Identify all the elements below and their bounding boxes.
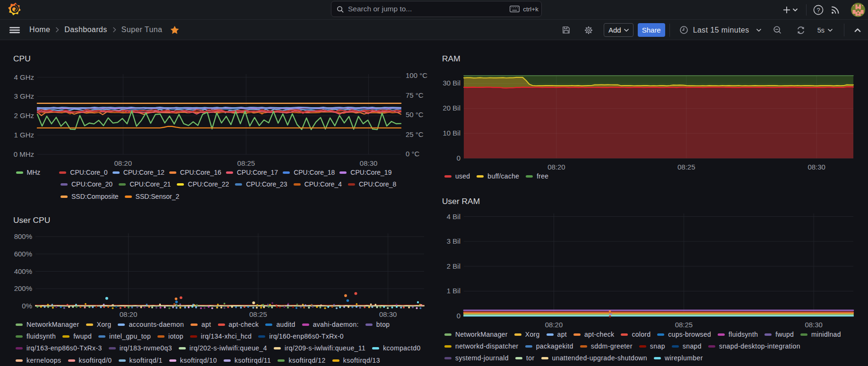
svg-text:25 °C: 25 °C <box>406 130 424 138</box>
svg-text:08:25: 08:25 <box>237 159 255 167</box>
svg-text:08:25: 08:25 <box>675 321 693 329</box>
svg-text:?: ? <box>816 7 820 14</box>
svg-text:1 Bil: 1 Bil <box>447 287 460 295</box>
svg-text:800%: 800% <box>14 232 32 240</box>
svg-text:3 GHz: 3 GHz <box>14 92 34 100</box>
svg-text:08:30: 08:30 <box>360 159 378 167</box>
svg-text:0: 0 <box>457 312 460 320</box>
svg-text:4 GHz: 4 GHz <box>14 73 34 81</box>
svg-text:75 °C: 75 °C <box>406 91 424 99</box>
svg-text:08:20: 08:20 <box>120 310 138 318</box>
svg-text:50 °C: 50 °C <box>406 111 424 119</box>
svg-text:08:25: 08:25 <box>249 310 267 318</box>
svg-text:CPU: CPU <box>13 54 31 63</box>
svg-text:4 Bil: 4 Bil <box>447 213 460 221</box>
svg-text:400%: 400% <box>14 267 32 275</box>
svg-text:08:30: 08:30 <box>379 310 397 318</box>
svg-text:08:20: 08:20 <box>547 163 565 171</box>
svg-text:User RAM: User RAM <box>442 196 480 206</box>
svg-text:0%: 0% <box>22 302 32 310</box>
svg-text:20 Bil: 20 Bil <box>443 104 460 112</box>
svg-text:3 Bil: 3 Bil <box>447 237 460 245</box>
svg-text:2 Bil: 2 Bil <box>447 262 460 270</box>
svg-text:2 GHz: 2 GHz <box>14 111 34 119</box>
svg-text:0 °C: 0 °C <box>406 150 420 158</box>
svg-text:10 Bil: 10 Bil <box>443 129 460 137</box>
svg-text:08:25: 08:25 <box>677 163 695 171</box>
svg-text:30 Bil: 30 Bil <box>443 79 460 87</box>
svg-text:600%: 600% <box>14 250 32 258</box>
svg-text:0: 0 <box>457 154 460 162</box>
svg-text:0 MHz: 0 MHz <box>14 150 34 158</box>
svg-text:User CPU: User CPU <box>13 215 50 225</box>
svg-text:08:30: 08:30 <box>805 321 823 329</box>
svg-text:100 °C: 100 °C <box>406 71 427 79</box>
svg-text:08:20: 08:20 <box>545 321 563 329</box>
svg-text:1 GHz: 1 GHz <box>14 131 34 139</box>
svg-text:08:30: 08:30 <box>807 163 825 171</box>
svg-text:08:20: 08:20 <box>114 159 132 167</box>
svg-text:200%: 200% <box>14 284 32 292</box>
svg-text:RAM: RAM <box>442 54 460 63</box>
